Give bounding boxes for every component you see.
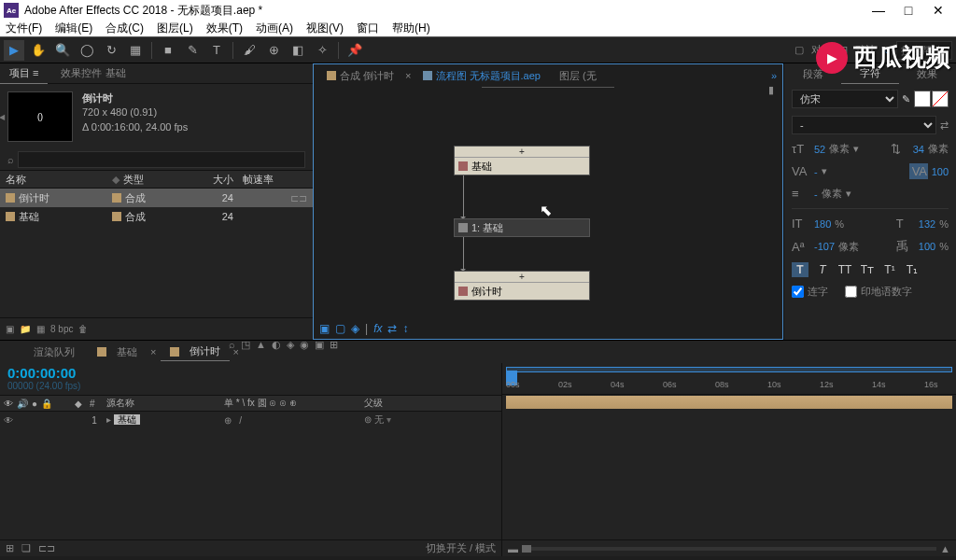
roto-tool[interactable]: ✧: [312, 40, 332, 61]
toggle3-icon[interactable]: ⊏⊐: [38, 542, 55, 554]
menu-layer[interactable]: 图层(L): [157, 21, 193, 36]
twirl-icon[interactable]: ▸: [106, 414, 111, 425]
fill-stroke-swatch[interactable]: [914, 91, 949, 107]
font-family-select[interactable]: 仿宋: [792, 90, 898, 108]
tab-close-icon[interactable]: ×: [150, 346, 156, 357]
draft3d-icon[interactable]: ▲: [256, 339, 266, 350]
flow-direction-icon[interactable]: ↕: [402, 322, 408, 335]
chevron-left-icon[interactable]: ◀: [0, 113, 5, 121]
motion-blur-icon[interactable]: ◉: [300, 339, 309, 351]
flow-node-base-source[interactable]: + 基础: [454, 146, 590, 175]
project-row-timer[interactable]: 倒计时 合成 24 ⊏⊐: [0, 189, 313, 207]
bold-button[interactable]: T: [792, 262, 808, 277]
toggle-switches-icon[interactable]: ⊞: [6, 542, 14, 554]
parent-select[interactable]: 无: [374, 414, 384, 425]
tab-effect-controls[interactable]: 效果控件 基础: [48, 63, 134, 83]
pen-tool[interactable]: ✎: [182, 40, 203, 61]
video-col-icon[interactable]: 👁: [4, 399, 13, 409]
timeline-layer-row[interactable]: 👁 1 ▸ 基础 ⊕ / ⊚ 无 ▾: [0, 412, 501, 428]
font-size-value[interactable]: 52: [814, 144, 825, 155]
tab-composition[interactable]: 合成 倒计时: [319, 67, 401, 85]
project-row-base[interactable]: 基础 合成 24: [0, 207, 313, 226]
menu-file[interactable]: 文件(F): [6, 21, 42, 36]
orbit-tool[interactable]: ◯: [77, 40, 97, 61]
tab-paragraph[interactable]: 段落: [784, 64, 841, 84]
plus-icon[interactable]: +: [455, 272, 589, 283]
panel-menu-icon[interactable]: »: [771, 70, 777, 81]
menu-animation[interactable]: 动画(A): [256, 21, 293, 36]
hide-shy-icon[interactable]: ◐: [272, 339, 281, 351]
tab-timeline-timer[interactable]: 倒计时: [161, 343, 230, 361]
zoom-out-icon[interactable]: ▬: [508, 543, 518, 554]
fx-icon[interactable]: fx: [373, 322, 382, 335]
toggle2-icon[interactable]: ❏: [21, 542, 31, 554]
stroke-width-value[interactable]: -: [814, 189, 818, 200]
time-ruler[interactable]: 00s 02s 04s 06s 08s 10s 12s 14s 16s: [502, 363, 956, 395]
col-size[interactable]: 大小: [187, 173, 233, 187]
current-timecode[interactable]: 0:00:00:00: [7, 365, 80, 381]
new-comp-icon[interactable]: ▦: [36, 324, 45, 334]
trash-icon[interactable]: 🗑: [78, 324, 88, 334]
col-fps[interactable]: 帧速率: [233, 173, 280, 187]
tab-render-queue[interactable]: 渲染队列: [24, 343, 84, 361]
bpc-toggle[interactable]: 8 bpc: [50, 324, 73, 334]
tab-flowchart[interactable]: 流程图 无标题项目.aep: [415, 67, 548, 85]
italic-button[interactable]: T: [814, 262, 831, 277]
ligatures-checkbox[interactable]: 连字: [792, 285, 828, 299]
rotate-tool[interactable]: ↻: [101, 40, 121, 61]
lock-col-icon[interactable]: 🔒: [41, 399, 52, 409]
flow-view2-icon[interactable]: ▢: [335, 322, 345, 335]
tab-character[interactable]: 字符: [841, 63, 898, 84]
zoom-tool[interactable]: 🔍: [52, 40, 73, 61]
pickwhip-icon[interactable]: ⊚: [364, 414, 372, 425]
tab-layer[interactable]: 图层 (无: [552, 67, 604, 85]
layer-name[interactable]: 基础: [114, 414, 140, 425]
minimize-button[interactable]: —: [872, 4, 885, 17]
menu-window[interactable]: 窗口: [357, 21, 379, 36]
close-button[interactable]: ✕: [932, 4, 945, 17]
shape-tool[interactable]: ■: [158, 40, 178, 61]
leading-value[interactable]: 34: [913, 144, 924, 155]
menu-edit[interactable]: 编辑(E): [55, 21, 92, 36]
menu-help[interactable]: 帮助(H): [392, 21, 430, 36]
eye-icon[interactable]: 👁: [4, 415, 17, 426]
snap-icon[interactable]: ▢: [794, 44, 804, 56]
side-tab-icon[interactable]: ▮: [768, 84, 774, 96]
col-type[interactable]: 类型: [123, 174, 144, 185]
clone-tool[interactable]: ⊕: [263, 40, 284, 61]
comp-flowchart-icon[interactable]: ◳: [241, 339, 250, 351]
eyedropper-icon[interactable]: ✎: [902, 93, 910, 105]
solo-col-icon[interactable]: ●: [32, 399, 37, 409]
project-search-input[interactable]: [18, 151, 305, 168]
switch-mode-label[interactable]: 切换开关 / 模式: [426, 541, 496, 555]
tab-close-icon[interactable]: ×: [405, 70, 411, 81]
subscript-button[interactable]: T₁: [904, 262, 921, 277]
swap-colors-icon[interactable]: ⇄: [940, 119, 949, 132]
layer-track[interactable]: [502, 395, 956, 412]
superscript-button[interactable]: T¹: [881, 262, 898, 277]
label-icon[interactable]: ◆: [112, 174, 120, 185]
snap-toggle-icon[interactable]: ⊞: [839, 44, 848, 56]
layer-bar[interactable]: [506, 396, 952, 409]
tab-project[interactable]: 项目 ≡: [0, 63, 48, 84]
zoom-slider[interactable]: [522, 547, 936, 551]
hscale-value[interactable]: 180: [814, 218, 831, 230]
allcaps-button[interactable]: TT: [836, 262, 853, 277]
hand-tool[interactable]: ✋: [28, 40, 49, 61]
interpret-icon[interactable]: ▣: [6, 324, 14, 334]
col-name[interactable]: 名称: [0, 173, 112, 187]
smallcaps-button[interactable]: Tᴛ: [859, 262, 876, 277]
graph-editor-icon[interactable]: ▣: [315, 339, 324, 351]
selection-tool[interactable]: ▶: [4, 40, 24, 61]
audio-col-icon[interactable]: 🔊: [17, 399, 28, 409]
search-help-input[interactable]: [896, 41, 952, 60]
flow-node-layer-base[interactable]: 1: 基础: [454, 218, 590, 237]
label-col-icon[interactable]: ◆: [75, 399, 86, 409]
text-tool[interactable]: T: [206, 40, 227, 61]
work-area[interactable]: [506, 367, 952, 372]
puppet-tool[interactable]: 📌: [344, 40, 365, 61]
tracking-value[interactable]: 100: [932, 166, 949, 177]
tsume-value[interactable]: 100: [919, 241, 935, 252]
baseline-value[interactable]: -107: [814, 241, 835, 252]
search-icon[interactable]: ⌕: [229, 339, 235, 350]
